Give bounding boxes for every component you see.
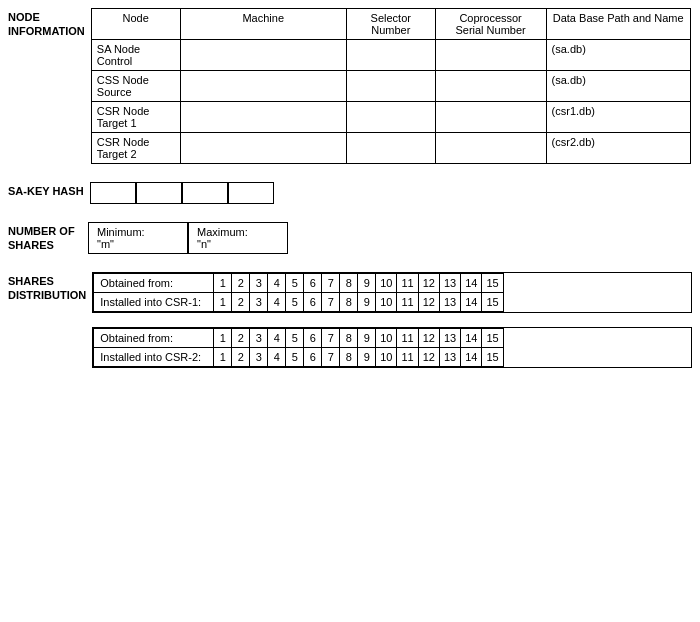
dist-row-1-1: Installed into CSR-2:1234567891011121314… (94, 348, 504, 367)
col-node: Node (91, 9, 180, 40)
node-row-1-cell-0: CSS Node Source (91, 71, 180, 102)
dist-table-1: Obtained from:123456789101112131415Insta… (93, 328, 504, 367)
dist-cell-0-1-10: 11 (397, 293, 418, 312)
dist-cell-0-0-3: 4 (268, 274, 286, 293)
hash-box-4[interactable] (228, 182, 274, 204)
node-information-content: Node Machine Selector Number Coprocessor… (91, 8, 692, 164)
dist-cell-0-1-7: 8 (340, 293, 358, 312)
dist-cell-0-1-2: 3 (250, 293, 268, 312)
dist-cell-1-1-10: 11 (397, 348, 418, 367)
col-selector: Selector Number (346, 9, 435, 40)
dist-label-0-1: Installed into CSR-1: (94, 293, 214, 312)
dist-cell-1-1-7: 8 (340, 348, 358, 367)
node-row-1-cell-3 (435, 71, 546, 102)
maximum-label: Maximum: (197, 226, 279, 238)
dist-cell-1-0-8: 9 (358, 329, 376, 348)
node-row-3-cell-0: CSR Node Target 2 (91, 133, 180, 164)
node-table-row: CSR Node Target 2(csr2.db) (91, 133, 690, 164)
dist-label-0-0: Obtained from: (94, 274, 214, 293)
dist-cell-1-0-3: 4 (268, 329, 286, 348)
number-of-shares-section: NUMBER OF SHARES Minimum: "m" Maximum: "… (8, 222, 692, 254)
number-of-shares-content: Minimum: "m" Maximum: "n" (88, 222, 692, 254)
dist-cell-1-0-2: 3 (250, 329, 268, 348)
dist-row-0-1: Installed into CSR-1:1234567891011121314… (94, 293, 504, 312)
node-table-row: CSS Node Source(sa.db) (91, 71, 690, 102)
node-row-3-cell-2 (346, 133, 435, 164)
dist-cell-1-1-5: 6 (304, 348, 322, 367)
dist-cell-1-0-4: 5 (286, 329, 304, 348)
col-coprocessor: Coprocessor Serial Number (435, 9, 546, 40)
dist-cell-1-1-14: 15 (482, 348, 503, 367)
shares-boxes-container: Minimum: "m" Maximum: "n" (88, 222, 692, 254)
dist-cell-0-1-0: 1 (214, 293, 232, 312)
minimum-value: "m" (97, 238, 179, 250)
dist-cell-0-1-11: 12 (418, 293, 439, 312)
dist-cell-1-1-3: 4 (268, 348, 286, 367)
maximum-value: "n" (197, 238, 279, 250)
node-table-row: SA Node Control(sa.db) (91, 40, 690, 71)
dist-cell-0-0-10: 11 (397, 274, 418, 293)
dist-cell-1-1-4: 5 (286, 348, 304, 367)
node-row-0-cell-4: (sa.db) (546, 40, 690, 71)
dist-table-0: Obtained from:123456789101112131415Insta… (93, 273, 504, 312)
minimum-label: Minimum: (97, 226, 179, 238)
dist-cell-1-0-7: 8 (340, 329, 358, 348)
node-row-0-cell-0: SA Node Control (91, 40, 180, 71)
dist-label-1-1: Installed into CSR-2: (94, 348, 214, 367)
dist-cell-0-0-8: 9 (358, 274, 376, 293)
sa-key-hash-section: SA-KEY HASH (8, 182, 692, 204)
node-row-1-cell-4: (sa.db) (546, 71, 690, 102)
dist-row-0-0: Obtained from:123456789101112131415 (94, 274, 504, 293)
shares-distribution-section: SHARES DISTRIBUTION Obtained from:123456… (8, 272, 692, 380)
hash-box-2[interactable] (136, 182, 182, 204)
dist-cell-1-1-13: 14 (461, 348, 482, 367)
dist-cell-1-0-6: 7 (322, 329, 340, 348)
dist-cell-0-0-1: 2 (232, 274, 250, 293)
node-row-2-cell-0: CSR Node Target 1 (91, 102, 180, 133)
hash-box-1[interactable] (90, 182, 136, 204)
dist-cell-0-1-12: 13 (439, 293, 460, 312)
maximum-box[interactable]: Maximum: "n" (188, 222, 288, 254)
dist-cell-1-0-0: 1 (214, 329, 232, 348)
col-machine: Machine (180, 9, 346, 40)
dist-cell-1-0-9: 10 (376, 329, 397, 348)
dist-cell-1-1-8: 9 (358, 348, 376, 367)
dist-cell-0-1-3: 4 (268, 293, 286, 312)
shares-distribution-content: Obtained from:123456789101112131415Insta… (92, 272, 692, 380)
dist-cell-0-1-13: 14 (461, 293, 482, 312)
node-row-3-cell-4: (csr2.db) (546, 133, 690, 164)
node-information-section: NODE INFORMATION Node Machine Selector N… (8, 8, 692, 164)
node-row-0-cell-3 (435, 40, 546, 71)
dist-cell-0-1-9: 10 (376, 293, 397, 312)
dist-cell-1-1-11: 12 (418, 348, 439, 367)
dist-cell-1-0-12: 13 (439, 329, 460, 348)
dist-cell-1-0-13: 14 (461, 329, 482, 348)
dist-cell-0-0-2: 3 (250, 274, 268, 293)
node-row-2-cell-4: (csr1.db) (546, 102, 690, 133)
dist-cell-0-0-7: 8 (340, 274, 358, 293)
dist-cell-0-1-6: 7 (322, 293, 340, 312)
node-info-table: Node Machine Selector Number Coprocessor… (91, 8, 691, 164)
hash-box-3[interactable] (182, 182, 228, 204)
dist-cell-0-0-11: 12 (418, 274, 439, 293)
dist-cell-0-0-9: 10 (376, 274, 397, 293)
dist-label-1-0: Obtained from: (94, 329, 214, 348)
dist-cell-1-1-6: 7 (322, 348, 340, 367)
dist-cell-1-1-9: 10 (376, 348, 397, 367)
dist-cell-0-1-5: 6 (304, 293, 322, 312)
dist-row-1-0: Obtained from:123456789101112131415 (94, 329, 504, 348)
minimum-box[interactable]: Minimum: "m" (88, 222, 188, 254)
dist-cell-0-1-1: 2 (232, 293, 250, 312)
node-row-3-cell-1 (180, 133, 346, 164)
dist-cell-0-0-14: 15 (482, 274, 503, 293)
dist-cell-1-1-2: 3 (250, 348, 268, 367)
distribution-groups: Obtained from:123456789101112131415Insta… (92, 272, 692, 368)
dist-cell-1-0-5: 6 (304, 329, 322, 348)
dist-cell-1-0-14: 15 (482, 329, 503, 348)
dist-cell-1-0-10: 11 (397, 329, 418, 348)
dist-cell-0-0-5: 6 (304, 274, 322, 293)
node-row-2-cell-1 (180, 102, 346, 133)
dist-cell-0-1-8: 9 (358, 293, 376, 312)
dist-cell-0-0-6: 7 (322, 274, 340, 293)
number-of-shares-label: NUMBER OF SHARES (8, 222, 88, 253)
